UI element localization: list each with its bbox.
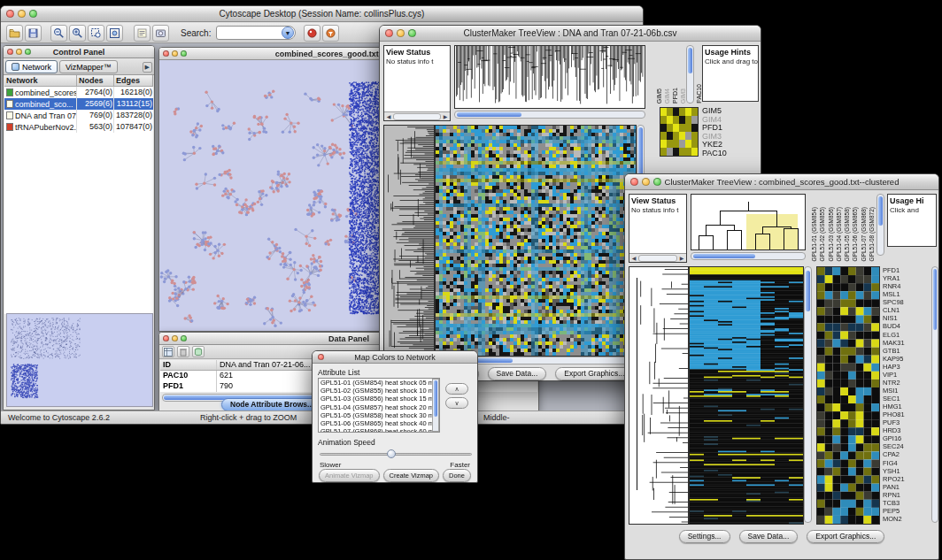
- column-dendrogram[interactable]: [454, 45, 645, 109]
- gene-label[interactable]: TCB3: [883, 499, 930, 507]
- network-row[interactable]: tRNAPuberNov2... 563(0) 107847(0): [4, 121, 153, 133]
- column-dendrogram[interactable]: [691, 194, 806, 250]
- col-edges[interactable]: Edges: [114, 75, 153, 86]
- open-folder-icon[interactable]: [6, 25, 23, 42]
- minimize-icon[interactable]: [172, 335, 178, 341]
- gene-label[interactable]: RPO21: [883, 475, 930, 483]
- column-label[interactable]: GPL51-03 (GSM856): [828, 207, 834, 261]
- search-input[interactable]: ▼: [216, 26, 296, 40]
- scroll-right-icon[interactable]: ▶: [677, 255, 686, 261]
- gene-label[interactable]: CPA2: [883, 450, 930, 458]
- global-heatmap[interactable]: [689, 266, 804, 525]
- col-id[interactable]: ID: [160, 360, 217, 370]
- column-label[interactable]: GPL51-02 (GSM855): [819, 207, 825, 261]
- treeview-button[interactable]: Settings...: [679, 530, 730, 543]
- zoom-out-icon[interactable]: [50, 25, 67, 42]
- annotation-icon[interactable]: [134, 25, 151, 42]
- gene-label[interactable]: BUD4: [883, 322, 930, 330]
- row-dendrogram[interactable]: [629, 266, 689, 525]
- treeview-dna-titlebar[interactable]: ClusterMaker TreeView : DNA and Tran 07-…: [380, 26, 761, 42]
- animate-vizmap-button[interactable]: Animate Vizmap: [319, 469, 379, 482]
- gene-label[interactable]: CLN1: [883, 306, 930, 314]
- tab-overflow-icon[interactable]: ▶: [143, 62, 152, 73]
- view-status-scrollbar[interactable]: ◀ ▶: [629, 253, 686, 262]
- snapshot-icon[interactable]: [152, 25, 169, 42]
- gene-label[interactable]: RNR4: [883, 282, 930, 290]
- zoom-heatmap[interactable]: [816, 266, 880, 525]
- control-panel-titlebar[interactable]: Control Panel: [4, 46, 154, 58]
- treeview-button[interactable]: Export Graphics...: [807, 530, 884, 543]
- attribute-listbox[interactable]: GPL51-01 (GSM854) heat shock 05 minGPL51…: [318, 378, 440, 433]
- gene-label[interactable]: PEP5: [883, 507, 930, 515]
- column-label[interactable]: GIM4: [664, 88, 670, 104]
- scroll-thumb[interactable]: [434, 380, 437, 417]
- scroll-thumb[interactable]: [933, 269, 937, 330]
- network-overview-thumbnail[interactable]: [6, 313, 153, 407]
- attribute-item[interactable]: GPL51-01 (GSM854) heat shock 05 min: [319, 379, 439, 387]
- delete-attribute-icon[interactable]: [177, 346, 189, 357]
- attribute-item[interactable]: GPL51-06 (GSM865) heat shock 40 min: [319, 419, 439, 427]
- zoom-selected-icon[interactable]: [88, 25, 104, 42]
- column-label[interactable]: GPL51-08 (GSM872): [869, 207, 875, 261]
- gene-label[interactable]: MSI1: [883, 387, 930, 395]
- save-icon[interactable]: [25, 25, 42, 42]
- scroll-left-icon[interactable]: ◀: [384, 113, 393, 119]
- treeview-button[interactable]: Export Graphics...: [555, 367, 633, 380]
- gene-label[interactable]: MAK31: [883, 339, 930, 347]
- gene-label[interactable]: MON2: [883, 515, 930, 523]
- gene-label[interactable]: HAP3: [883, 363, 930, 371]
- vizmapper-icon[interactable]: [304, 25, 320, 42]
- column-label[interactable]: GPL51-01 (GSM854): [811, 207, 817, 261]
- network-row[interactable]: combined_scores 2764(0) 16218(0): [4, 87, 153, 98]
- scroll-track[interactable]: [638, 255, 677, 262]
- column-label[interactable]: GPL51-04 (GSM857): [836, 207, 842, 261]
- close-icon[interactable]: [7, 49, 13, 55]
- column-label[interactable]: GIM3: [680, 88, 686, 104]
- scroll-left-icon[interactable]: ◀: [629, 255, 638, 261]
- column-label[interactable]: GPL51-05 (GSM858): [844, 207, 850, 261]
- gene-label[interactable]: KAP95: [883, 355, 930, 363]
- tab-vizmapper[interactable]: VizMapper™: [59, 60, 118, 73]
- tab-network[interactable]: Network: [5, 60, 58, 73]
- zoom-fit-icon[interactable]: [106, 25, 123, 42]
- animation-speed-slider[interactable]: [320, 453, 472, 456]
- column-tree-hscrollbar[interactable]: [454, 111, 645, 119]
- create-vizmap-button[interactable]: Create Vizmap: [383, 469, 439, 482]
- minimize-icon[interactable]: [172, 50, 178, 57]
- slider-thumb[interactable]: [387, 449, 396, 458]
- gene-label[interactable]: RPN1: [883, 491, 930, 499]
- gene-labels-vscrollbar[interactable]: [931, 266, 938, 523]
- col-nodes[interactable]: Nodes: [77, 75, 114, 86]
- column-tree-hscrollbar[interactable]: [691, 252, 806, 260]
- attribute-select-icon[interactable]: [162, 346, 174, 357]
- gene-label[interactable]: SEC1: [883, 395, 930, 403]
- scroll-right-icon[interactable]: ▶: [441, 113, 450, 119]
- gene-label[interactable]: SPC98: [883, 298, 930, 306]
- heatmap-vscrollbar[interactable]: [804, 266, 812, 523]
- attribute-item[interactable]: GPL51-05 (GSM858) heat shock 30 min: [319, 411, 439, 419]
- column-label[interactable]: PAC10: [696, 84, 702, 104]
- treeview-combined-titlebar[interactable]: ClusterMaker TreeView : combined_scores_…: [625, 174, 938, 190]
- move-up-button[interactable]: ∧: [445, 383, 468, 395]
- close-icon[interactable]: [163, 50, 169, 57]
- gene-label[interactable]: GPI16: [883, 434, 930, 442]
- map-colors-titlebar[interactable]: Map Colors to Network: [313, 351, 477, 364]
- gene-label[interactable]: GTB1: [883, 347, 930, 355]
- col-network[interactable]: Network: [4, 75, 77, 86]
- gene-label[interactable]: SEC24: [883, 442, 930, 450]
- network-row[interactable]: combined_sco... 2569(6) 13112(15): [4, 98, 153, 110]
- scroll-thumb[interactable]: [688, 48, 692, 73]
- gene-label[interactable]: MSL1: [883, 290, 930, 298]
- view-status-scrollbar[interactable]: ◀ ▶: [384, 111, 450, 120]
- gene-label[interactable]: ELG1: [883, 331, 930, 339]
- scroll-thumb[interactable]: [806, 271, 810, 311]
- treeview-button[interactable]: Save Data...: [739, 530, 799, 543]
- attribute-item[interactable]: GPL51-04 (GSM857) heat shock 20 min: [319, 403, 439, 411]
- gene-label[interactable]: NTR2: [883, 379, 930, 387]
- close-icon[interactable]: [630, 178, 638, 186]
- gene-label[interactable]: HRD3: [883, 426, 930, 434]
- gene-label[interactable]: PUF3: [883, 418, 930, 426]
- gene-label[interactable]: YSH1: [883, 467, 930, 475]
- done-button[interactable]: Done: [443, 469, 471, 482]
- column-labels-vscrollbar[interactable]: [686, 45, 694, 104]
